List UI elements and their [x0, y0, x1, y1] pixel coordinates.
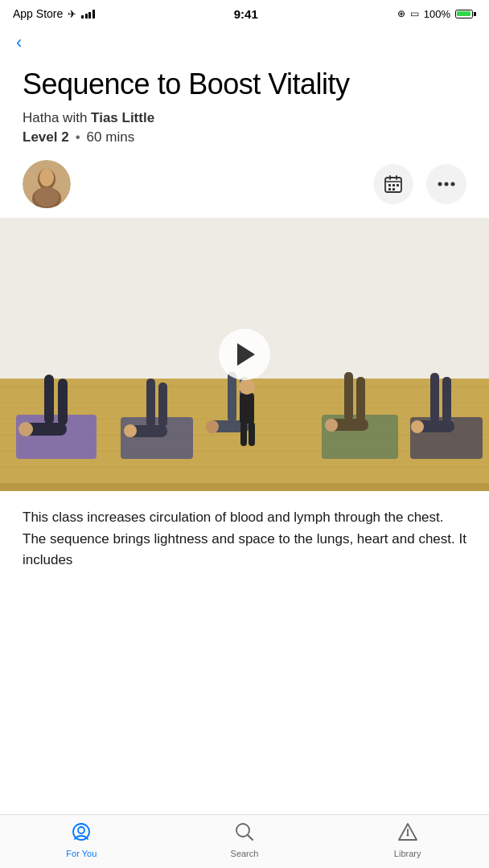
app-store-label: App Store — [13, 7, 63, 20]
svg-rect-31 — [58, 379, 68, 425]
svg-rect-34 — [146, 379, 155, 427]
svg-rect-53 — [0, 483, 489, 491]
class-description: This class increases circulation of bloo… — [0, 491, 489, 587]
svg-rect-51 — [442, 377, 451, 422]
svg-point-52 — [411, 420, 424, 433]
more-button[interactable] — [426, 164, 466, 204]
class-style: Hatha — [23, 110, 59, 125]
svg-point-16 — [451, 182, 455, 186]
airplane-mode-icon: ✈ — [68, 8, 76, 20]
tab-for-you-label: For You — [66, 849, 97, 858]
svg-rect-46 — [344, 372, 353, 420]
class-meta: Level 2 • 60 mins — [23, 129, 466, 145]
action-buttons — [373, 164, 466, 204]
svg-point-36 — [124, 424, 137, 437]
battery-full-icon — [455, 10, 476, 18]
svg-rect-38 — [228, 372, 236, 422]
class-duration: 60 mins — [87, 129, 135, 145]
tab-search-label: Search — [231, 849, 259, 858]
with-label: with — [63, 110, 87, 125]
svg-point-4 — [35, 187, 59, 207]
svg-rect-47 — [356, 377, 365, 421]
action-row — [0, 145, 489, 218]
svg-point-15 — [445, 182, 449, 186]
library-icon — [397, 821, 418, 845]
svg-rect-44 — [249, 422, 255, 446]
dot-separator: • — [76, 129, 80, 145]
instructor-name: Tias Little — [91, 110, 154, 125]
signal-bars-icon — [81, 9, 95, 18]
back-button[interactable]: ‹ — [16, 34, 22, 51]
svg-point-55 — [78, 827, 84, 833]
tab-library[interactable]: Library — [376, 821, 440, 858]
svg-rect-50 — [430, 373, 439, 422]
svg-rect-13 — [392, 188, 395, 190]
class-title: Sequence to Boost Vitality — [23, 68, 466, 100]
class-level: Level 2 — [23, 129, 69, 145]
location-icon: ⊕ — [397, 8, 405, 19]
avatar[interactable] — [23, 160, 71, 208]
nav-bar: ‹ — [0, 27, 489, 55]
chevron-left-icon: ‹ — [16, 34, 22, 51]
svg-point-40 — [206, 420, 219, 433]
play-button[interactable] — [219, 329, 270, 380]
class-style-line: Hatha with Tias Little — [23, 110, 466, 126]
time-display: 9:41 — [234, 7, 258, 21]
svg-rect-26 — [121, 417, 193, 459]
svg-rect-12 — [388, 188, 391, 190]
svg-point-59 — [406, 834, 409, 837]
svg-rect-35 — [158, 383, 167, 427]
more-icon — [438, 182, 455, 186]
main-content: Sequence to Boost Vitality Hatha with Ti… — [0, 55, 489, 145]
video-thumbnail[interactable] — [0, 218, 489, 491]
search-icon — [234, 821, 255, 845]
tab-for-you[interactable]: For You — [49, 821, 113, 858]
svg-rect-9 — [388, 184, 391, 186]
battery-percent: 100% — [424, 8, 450, 20]
svg-rect-10 — [392, 184, 395, 186]
description-text: This class increases circulation of bloo… — [23, 507, 466, 571]
play-icon — [237, 343, 255, 366]
svg-rect-11 — [397, 184, 399, 186]
svg-rect-25 — [16, 415, 97, 459]
status-bar: App Store ✈ 9:41 ⊕ ▭ 100% — [0, 0, 489, 27]
calendar-icon — [384, 175, 402, 193]
status-left: App Store ✈ — [13, 7, 95, 20]
tab-library-label: Library — [394, 849, 421, 858]
svg-point-42 — [239, 379, 255, 395]
tab-bar: For You Search Library — [0, 814, 489, 868]
tab-search[interactable]: Search — [212, 821, 277, 858]
svg-rect-41 — [240, 393, 254, 424]
wifi-icon: ▭ — [410, 8, 419, 19]
status-right: ⊕ ▭ 100% — [397, 8, 476, 20]
svg-line-57 — [248, 835, 253, 840]
for-you-icon — [71, 821, 92, 845]
svg-point-48 — [325, 419, 338, 432]
svg-rect-30 — [44, 375, 54, 424]
svg-point-2 — [39, 169, 54, 186]
calendar-button[interactable] — [373, 164, 413, 204]
svg-point-32 — [18, 422, 33, 436]
svg-rect-43 — [240, 422, 247, 446]
svg-point-14 — [438, 182, 442, 186]
